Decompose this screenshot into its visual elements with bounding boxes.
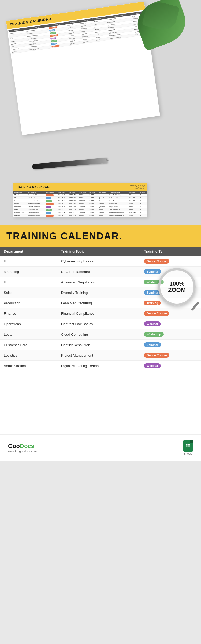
flat-table: Department Training Topic Training Type … bbox=[13, 191, 147, 217]
brand-name-goo: Goo bbox=[8, 443, 20, 449]
angled-document: TRAINING CALENDAR. Department Training T… bbox=[6, 2, 160, 135]
cell-topic: Cybersecurity Basics bbox=[57, 256, 140, 267]
plant-decoration bbox=[139, 0, 193, 48]
stat-dept: Dept. Count No. bbox=[130, 188, 145, 189]
cell-topic: Lean Manufacturing bbox=[57, 298, 140, 308]
flat-col-start: Start Date bbox=[57, 191, 68, 194]
main-col-dept: Department bbox=[0, 247, 57, 256]
cell-department: Sales bbox=[0, 287, 57, 298]
main-table-container: Department Training Topic Training Ty IT… bbox=[0, 247, 201, 371]
brand-name-docs: Docs bbox=[20, 443, 34, 449]
flat-col-loc: Location bbox=[128, 191, 139, 194]
cell-topic: Diversity Training bbox=[57, 287, 140, 298]
cell-topic: Financial Compliance bbox=[57, 308, 140, 319]
sheets-badge bbox=[183, 440, 193, 452]
cell-department: Customer Care bbox=[0, 340, 57, 350]
main-col-topic: Training Topic bbox=[57, 247, 140, 256]
table-row: ITCybersecurity BasicsOnline Course bbox=[0, 256, 201, 267]
brand-name: GooDocs bbox=[8, 443, 37, 450]
cell-topic: Digital Marketing Trends bbox=[57, 361, 140, 371]
cell-department: IT bbox=[0, 256, 57, 267]
cell-topic: SEO Fundamentals bbox=[57, 267, 140, 277]
table-row: FinanceFinancial ComplianceOnline Course bbox=[0, 308, 201, 319]
cell-department: Logistics bbox=[0, 350, 57, 361]
cell-topic: Conflict Resolution bbox=[57, 340, 140, 350]
cell-department: Finance bbox=[0, 308, 57, 319]
flat-doc-header: TRAINING CALENDAR. TRAININGS BY MONTH Em… bbox=[13, 183, 147, 191]
cell-type: Seminar bbox=[140, 340, 201, 350]
table-row: LogisticsProject ManagementOnline Course bbox=[0, 350, 201, 361]
flat-col-dept: Department bbox=[13, 191, 27, 194]
flat-col-num: Number bbox=[139, 191, 147, 194]
brand-url: www.thegoodocs.com bbox=[8, 450, 37, 453]
main-data-table: Department Training Topic Training Ty IT… bbox=[0, 247, 201, 371]
zoom-magnifier: 100%ZOOM bbox=[158, 268, 196, 306]
cell-department: Legal bbox=[0, 329, 57, 340]
flat-col-endtime: End Time bbox=[88, 191, 98, 194]
cell-department: IT bbox=[0, 277, 57, 287]
zoom-label: 100%ZOOM bbox=[168, 280, 186, 293]
svg-rect-0 bbox=[186, 444, 190, 447]
goodocs-logo: GooDocs www.thegoodocs.com bbox=[8, 443, 37, 453]
cell-type: Webinar bbox=[140, 361, 201, 371]
flat-doc-stats: TRAININGS BY MONTH Employee No. Dept. Co… bbox=[130, 184, 145, 189]
pen-tip bbox=[106, 159, 109, 161]
cell-department: Marketing bbox=[0, 267, 57, 277]
cell-type: Online Course bbox=[140, 256, 201, 267]
flat-col-starttime: Start Time bbox=[78, 191, 88, 194]
cell-topic: Contract Law Basics bbox=[57, 319, 140, 329]
main-col-type: Training Ty bbox=[140, 247, 201, 256]
sheets-svg bbox=[185, 443, 191, 449]
flat-col-type: Training Type bbox=[44, 191, 57, 194]
flat-document: TRAINING CALENDAR. TRAININGS BY MONTH Em… bbox=[13, 183, 147, 217]
table-row: Customer CareConflict ResolutionSeminar bbox=[0, 340, 201, 350]
cell-type: Webinar bbox=[140, 319, 201, 329]
table-row: AdministrationDigital Marketing TrendsWe… bbox=[0, 361, 201, 371]
cell-topic: Advanced Negotiation bbox=[57, 277, 140, 287]
main-header: TRAINING CALENDAR. bbox=[0, 225, 201, 247]
cell-topic: Project Management bbox=[57, 350, 140, 361]
main-title: TRAINING CALENDAR. bbox=[6, 231, 195, 242]
training-calendar-main: TRAINING CALENDAR. 100%ZOOM Department T… bbox=[0, 225, 201, 371]
cell-department: Administration bbox=[0, 361, 57, 371]
flat-col-freq: Frequency bbox=[98, 191, 108, 194]
cell-topic: Cloud Computing bbox=[57, 329, 140, 340]
footer: GooDocs www.thegoodocs.com Sheets bbox=[0, 434, 201, 461]
middle-section: TRAINING CALENDAR. TRAININGS BY MONTH Em… bbox=[0, 139, 201, 225]
flat-col-topic: Training Topic bbox=[27, 191, 44, 194]
cell-department: Operations bbox=[0, 319, 57, 329]
pen-decoration bbox=[32, 158, 107, 169]
flat-col-end: End Date bbox=[68, 191, 78, 194]
cell-department: Production bbox=[0, 298, 57, 308]
top-section: TRAINING CALENDAR. Department Training T… bbox=[0, 0, 201, 139]
flat-doc-title: TRAINING CALENDAR. bbox=[16, 186, 50, 188]
cell-type: Online Course bbox=[140, 350, 201, 361]
sheets-label: Sheets bbox=[184, 452, 192, 455]
bottom-section: TRAINING CALENDAR. 100%ZOOM Department T… bbox=[0, 225, 201, 434]
table-row: OperationsContract Law BasicsWebinar bbox=[0, 319, 201, 329]
cell-type: Workshop bbox=[140, 329, 201, 340]
sheets-icon: Sheets bbox=[183, 440, 193, 455]
table-row: LegalCloud ComputingWorkshop bbox=[0, 329, 201, 340]
flat-col-provider: Training Provider bbox=[108, 191, 128, 194]
